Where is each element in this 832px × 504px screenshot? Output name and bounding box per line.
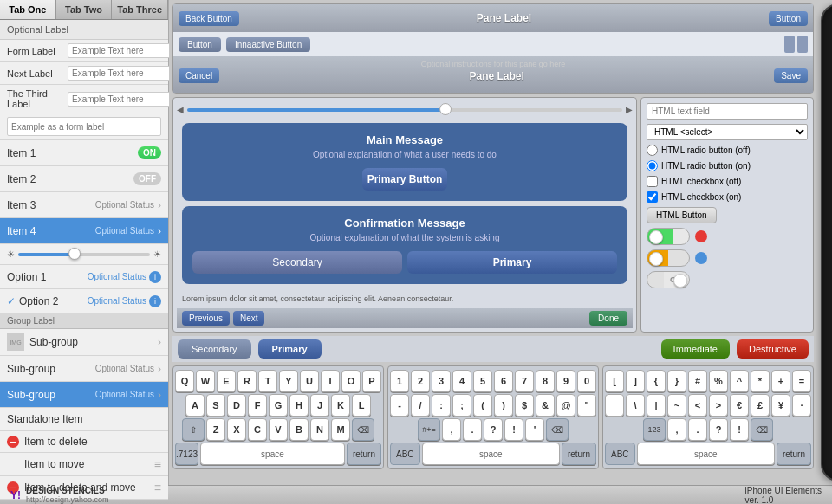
toggle-switch-on[interactable]: ON: [647, 228, 690, 245]
key-u[interactable]: U: [300, 370, 319, 392]
key-period2[interactable]: .: [688, 418, 707, 441]
immediate-button[interactable]: Immediate: [661, 339, 730, 359]
key-dash[interactable]: -: [390, 394, 409, 417]
key-quote[interactable]: ": [577, 394, 596, 417]
tab-three[interactable]: Tab Three: [112, 0, 168, 19]
key-1[interactable]: 1: [390, 370, 409, 392]
key-lt[interactable]: <: [688, 394, 707, 417]
key-j[interactable]: J: [310, 394, 329, 417]
drag-handle-icon-2[interactable]: ≡: [154, 481, 161, 494]
list-item-2[interactable]: Item 2 OFF: [0, 166, 168, 192]
key-dot2[interactable]: ·: [792, 394, 811, 417]
key-p[interactable]: P: [362, 370, 381, 392]
segment-primary-button[interactable]: Primary: [258, 339, 322, 359]
key-2[interactable]: 2: [411, 370, 430, 392]
key-comma[interactable]: ,: [442, 418, 461, 441]
key-caret[interactable]: ^: [730, 370, 749, 392]
back-button[interactable]: Back Button: [179, 11, 239, 26]
key-hash[interactable]: #: [688, 370, 707, 392]
cancel-button[interactable]: Cancel: [179, 68, 219, 83]
key-c[interactable]: C: [248, 418, 267, 441]
save-button[interactable]: Save: [774, 68, 808, 83]
toggle-switch-off[interactable]: OFF: [647, 271, 690, 288]
tab-two[interactable]: Tab Two: [56, 0, 113, 19]
key-colon[interactable]: :: [432, 394, 451, 417]
key-pipe[interactable]: |: [647, 394, 666, 417]
key-at[interactable]: @: [556, 394, 575, 417]
key-question2[interactable]: ?: [709, 418, 728, 441]
key-f[interactable]: F: [248, 394, 267, 417]
key-pct[interactable]: %: [709, 370, 728, 392]
list-item-4[interactable]: Item 4 Optional Status ›: [0, 218, 168, 244]
key-semicolon[interactable]: ;: [452, 394, 471, 417]
toggle-on-1[interactable]: ON: [138, 146, 161, 159]
nav-button[interactable]: Button: [769, 11, 808, 26]
drag-handle-icon[interactable]: ≡: [154, 457, 161, 471]
destructive-button[interactable]: Destructive: [737, 339, 809, 359]
key-tick[interactable]: ': [525, 418, 544, 441]
key-special2[interactable]: 123: [643, 418, 666, 441]
tab-one[interactable]: Tab One: [0, 0, 56, 19]
key-g[interactable]: G: [269, 394, 288, 417]
list-item-1[interactable]: Item 1 ON: [0, 140, 168, 166]
inactive-button-1[interactable]: Button: [179, 37, 221, 52]
key-9[interactable]: 9: [556, 370, 575, 392]
html-radio-off[interactable]: [647, 145, 658, 156]
info-icon-2[interactable]: i: [149, 295, 161, 307]
key-shift[interactable]: ⇧: [182, 418, 205, 441]
key-gt[interactable]: >: [709, 394, 728, 417]
done-button[interactable]: Done: [589, 311, 627, 326]
key-i[interactable]: I: [321, 370, 340, 392]
key-y[interactable]: Y: [279, 370, 298, 392]
html-text-input[interactable]: [647, 103, 808, 120]
key-lb2[interactable]: £: [751, 394, 770, 417]
confirm-secondary-button[interactable]: Secondary: [192, 251, 402, 274]
key-lbrace[interactable]: {: [647, 370, 666, 392]
key-r[interactable]: R: [237, 370, 257, 392]
alert-primary-button[interactable]: Primary Button: [362, 168, 448, 191]
key-space-3[interactable]: space: [637, 443, 775, 465]
confirm-primary-button[interactable]: Primary: [407, 251, 617, 274]
key-us[interactable]: _: [605, 394, 624, 417]
key-tilde[interactable]: ~: [667, 394, 686, 417]
info-icon-1[interactable]: i: [149, 271, 161, 283]
key-lparen[interactable]: (: [473, 394, 492, 417]
textarea-input[interactable]: [7, 117, 161, 136]
key-t[interactable]: T: [258, 370, 277, 392]
key-question[interactable]: ?: [484, 418, 503, 441]
slider-track[interactable]: [18, 253, 150, 256]
next-button[interactable]: Next: [233, 311, 265, 326]
key-comma2[interactable]: ,: [667, 418, 686, 441]
segment-secondary-button[interactable]: Secondary: [178, 339, 251, 359]
key-q[interactable]: Q: [175, 370, 194, 392]
key-6[interactable]: 6: [494, 370, 513, 392]
key-special[interactable]: #+=: [418, 418, 440, 441]
key-exclaim[interactable]: !: [504, 418, 523, 441]
key-space-2[interactable]: space: [422, 443, 560, 465]
html-radio-on[interactable]: [647, 160, 658, 171]
key-backspace-3[interactable]: ⌫: [751, 418, 773, 441]
key-space-1[interactable]: space: [200, 443, 345, 465]
key-rbrace[interactable]: }: [667, 370, 686, 392]
key-return-3[interactable]: return: [777, 443, 811, 465]
slider-thumb[interactable]: [68, 248, 81, 260]
key-abc-2[interactable]: ABC: [605, 443, 635, 465]
key-n[interactable]: N: [310, 418, 329, 441]
html-button[interactable]: HTML Button: [647, 207, 717, 223]
key-rparen[interactable]: ): [494, 394, 513, 417]
key-o[interactable]: O: [341, 370, 361, 392]
key-star[interactable]: *: [751, 370, 770, 392]
key-0[interactable]: 0: [577, 370, 596, 392]
key-d[interactable]: D: [227, 394, 246, 417]
key-yen[interactable]: ¥: [771, 394, 790, 417]
list-item-3[interactable]: Item 3 Optional Status ›: [0, 192, 168, 218]
key-v[interactable]: V: [269, 418, 288, 441]
group-item-0[interactable]: IMG Sub-group ›: [0, 329, 168, 356]
key-8[interactable]: 8: [536, 370, 555, 392]
key-plus[interactable]: +: [771, 370, 790, 392]
key-return-2[interactable]: return: [562, 443, 596, 465]
toggle-switch-orange[interactable]: ON: [647, 249, 690, 267]
group-item-2[interactable]: Sub-group Optional Status ›: [0, 382, 168, 408]
key-numbers[interactable]: .7123: [175, 443, 198, 465]
html-checkbox-on[interactable]: [647, 191, 658, 203]
